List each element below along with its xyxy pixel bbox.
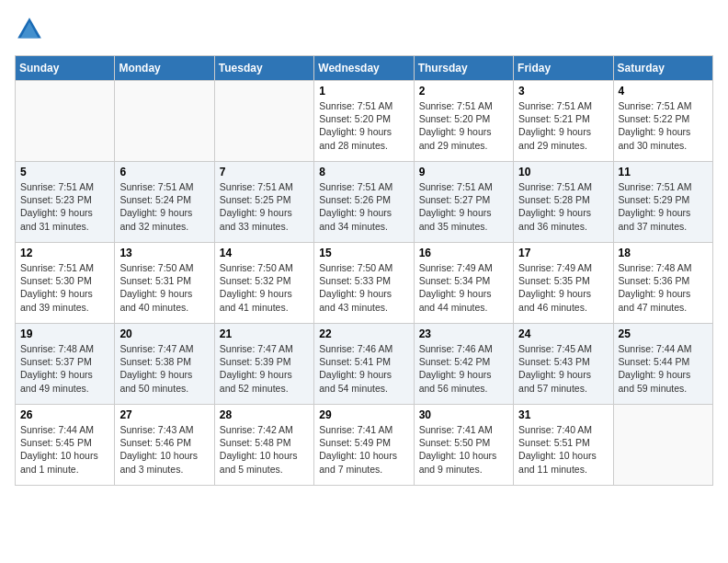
calendar-cell [16,81,115,162]
calendar-cell: 11Sunrise: 7:51 AM Sunset: 5:29 PM Dayli… [613,162,712,243]
calendar-cell: 8Sunrise: 7:51 AM Sunset: 5:26 PM Daylig… [314,162,414,243]
calendar-cell [613,405,712,486]
calendar-cell: 16Sunrise: 7:49 AM Sunset: 5:34 PM Dayli… [414,243,513,324]
day-number: 21 [220,327,309,340]
day-number: 30 [419,408,508,421]
calendar-week-row: 19Sunrise: 7:48 AM Sunset: 5:37 PM Dayli… [16,324,713,405]
day-info: Sunrise: 7:51 AM Sunset: 5:21 PM Dayligh… [518,99,608,152]
day-info: Sunrise: 7:47 AM Sunset: 5:39 PM Dayligh… [220,342,309,395]
calendar-cell: 22Sunrise: 7:46 AM Sunset: 5:41 PM Dayli… [314,324,414,405]
calendar-cell: 31Sunrise: 7:40 AM Sunset: 5:51 PM Dayli… [514,405,613,486]
day-info: Sunrise: 7:51 AM Sunset: 5:28 PM Dayligh… [518,180,608,233]
day-number: 28 [220,408,309,421]
calendar-cell: 20Sunrise: 7:47 AM Sunset: 5:38 PM Dayli… [115,324,214,405]
day-number: 27 [119,408,209,421]
day-number: 6 [119,166,209,178]
calendar-cell: 19Sunrise: 7:48 AM Sunset: 5:37 PM Dayli… [16,324,115,405]
day-info: Sunrise: 7:51 AM Sunset: 5:20 PM Dayligh… [319,99,408,152]
day-info: Sunrise: 7:50 AM Sunset: 5:31 PM Dayligh… [119,261,209,314]
weekday-header: Tuesday [214,56,313,81]
calendar-cell: 4Sunrise: 7:51 AM Sunset: 5:22 PM Daylig… [613,81,712,162]
day-number: 29 [319,408,408,421]
day-number: 26 [20,408,109,421]
calendar-cell: 28Sunrise: 7:42 AM Sunset: 5:48 PM Dayli… [214,405,313,486]
calendar-cell: 21Sunrise: 7:47 AM Sunset: 5:39 PM Dayli… [214,324,313,405]
day-info: Sunrise: 7:44 AM Sunset: 5:44 PM Dayligh… [619,342,708,395]
weekday-header: Saturday [613,56,712,81]
calendar-cell: 27Sunrise: 7:43 AM Sunset: 5:46 PM Dayli… [115,405,214,486]
calendar-cell: 30Sunrise: 7:41 AM Sunset: 5:50 PM Dayli… [414,405,513,486]
calendar-cell: 9Sunrise: 7:51 AM Sunset: 5:27 PM Daylig… [414,162,513,243]
calendar-table: SundayMondayTuesdayWednesdayThursdayFrid… [15,55,713,486]
day-number: 3 [518,85,608,98]
day-number: 8 [319,166,408,178]
logo [15,15,48,44]
day-info: Sunrise: 7:44 AM Sunset: 5:45 PM Dayligh… [20,423,109,476]
calendar-cell: 5Sunrise: 7:51 AM Sunset: 5:23 PM Daylig… [16,162,115,243]
day-info: Sunrise: 7:51 AM Sunset: 5:25 PM Dayligh… [220,180,309,233]
calendar-week-row: 12Sunrise: 7:51 AM Sunset: 5:30 PM Dayli… [16,243,713,324]
day-info: Sunrise: 7:48 AM Sunset: 5:37 PM Dayligh… [20,342,109,395]
day-info: Sunrise: 7:51 AM Sunset: 5:29 PM Dayligh… [619,180,708,233]
day-number: 12 [20,247,109,259]
day-number: 1 [319,85,408,98]
day-info: Sunrise: 7:51 AM Sunset: 5:20 PM Dayligh… [419,99,508,152]
day-info: Sunrise: 7:51 AM Sunset: 5:23 PM Dayligh… [20,180,109,233]
day-number: 2 [419,85,508,98]
day-number: 14 [220,247,309,259]
weekday-header: Monday [115,56,214,81]
weekday-header: Friday [514,56,613,81]
day-info: Sunrise: 7:47 AM Sunset: 5:38 PM Dayligh… [119,342,209,395]
calendar-cell: 13Sunrise: 7:50 AM Sunset: 5:31 PM Dayli… [115,243,214,324]
calendar-header-row: SundayMondayTuesdayWednesdayThursdayFrid… [16,56,713,81]
day-info: Sunrise: 7:41 AM Sunset: 5:50 PM Dayligh… [419,423,508,476]
day-info: Sunrise: 7:51 AM Sunset: 5:24 PM Dayligh… [119,180,209,233]
weekday-header: Thursday [414,56,513,81]
day-info: Sunrise: 7:49 AM Sunset: 5:34 PM Dayligh… [419,261,508,314]
calendar-cell: 3Sunrise: 7:51 AM Sunset: 5:21 PM Daylig… [514,81,613,162]
day-number: 20 [119,327,209,340]
day-info: Sunrise: 7:43 AM Sunset: 5:46 PM Dayligh… [119,423,209,476]
calendar-cell: 7Sunrise: 7:51 AM Sunset: 5:25 PM Daylig… [214,162,313,243]
day-info: Sunrise: 7:51 AM Sunset: 5:22 PM Dayligh… [619,99,708,152]
day-number: 31 [518,408,608,421]
calendar-cell: 18Sunrise: 7:48 AM Sunset: 5:36 PM Dayli… [613,243,712,324]
day-number: 7 [220,166,309,178]
calendar-cell: 29Sunrise: 7:41 AM Sunset: 5:49 PM Dayli… [314,405,414,486]
day-number: 23 [419,327,508,340]
calendar-cell: 17Sunrise: 7:49 AM Sunset: 5:35 PM Dayli… [514,243,613,324]
calendar-week-row: 5Sunrise: 7:51 AM Sunset: 5:23 PM Daylig… [16,162,713,243]
day-number: 25 [619,327,708,340]
day-info: Sunrise: 7:41 AM Sunset: 5:49 PM Dayligh… [319,423,408,476]
day-info: Sunrise: 7:40 AM Sunset: 5:51 PM Dayligh… [518,423,608,476]
day-info: Sunrise: 7:51 AM Sunset: 5:26 PM Dayligh… [319,180,408,233]
day-info: Sunrise: 7:49 AM Sunset: 5:35 PM Dayligh… [518,261,608,314]
day-info: Sunrise: 7:50 AM Sunset: 5:32 PM Dayligh… [220,261,309,314]
calendar-cell: 26Sunrise: 7:44 AM Sunset: 5:45 PM Dayli… [16,405,115,486]
calendar-cell: 12Sunrise: 7:51 AM Sunset: 5:30 PM Dayli… [16,243,115,324]
day-number: 13 [119,247,209,259]
day-info: Sunrise: 7:45 AM Sunset: 5:43 PM Dayligh… [518,342,608,395]
weekday-header: Wednesday [314,56,414,81]
day-info: Sunrise: 7:51 AM Sunset: 5:27 PM Dayligh… [419,180,508,233]
day-number: 4 [619,85,708,98]
day-number: 17 [518,247,608,259]
calendar-cell: 15Sunrise: 7:50 AM Sunset: 5:33 PM Dayli… [314,243,414,324]
day-number: 11 [619,166,708,178]
day-number: 9 [419,166,508,178]
day-number: 15 [319,247,408,259]
calendar-cell: 25Sunrise: 7:44 AM Sunset: 5:44 PM Dayli… [613,324,712,405]
day-number: 10 [518,166,608,178]
calendar-cell: 6Sunrise: 7:51 AM Sunset: 5:24 PM Daylig… [115,162,214,243]
day-info: Sunrise: 7:51 AM Sunset: 5:30 PM Dayligh… [20,261,109,314]
calendar-cell: 2Sunrise: 7:51 AM Sunset: 5:20 PM Daylig… [414,81,513,162]
calendar-cell: 10Sunrise: 7:51 AM Sunset: 5:28 PM Dayli… [514,162,613,243]
day-number: 22 [319,327,408,340]
day-number: 5 [20,166,109,178]
calendar-cell: 1Sunrise: 7:51 AM Sunset: 5:20 PM Daylig… [314,81,414,162]
calendar-cell: 23Sunrise: 7:46 AM Sunset: 5:42 PM Dayli… [414,324,513,405]
calendar-cell [214,81,313,162]
day-number: 16 [419,247,508,259]
day-info: Sunrise: 7:46 AM Sunset: 5:41 PM Dayligh… [319,342,408,395]
day-info: Sunrise: 7:48 AM Sunset: 5:36 PM Dayligh… [619,261,708,314]
